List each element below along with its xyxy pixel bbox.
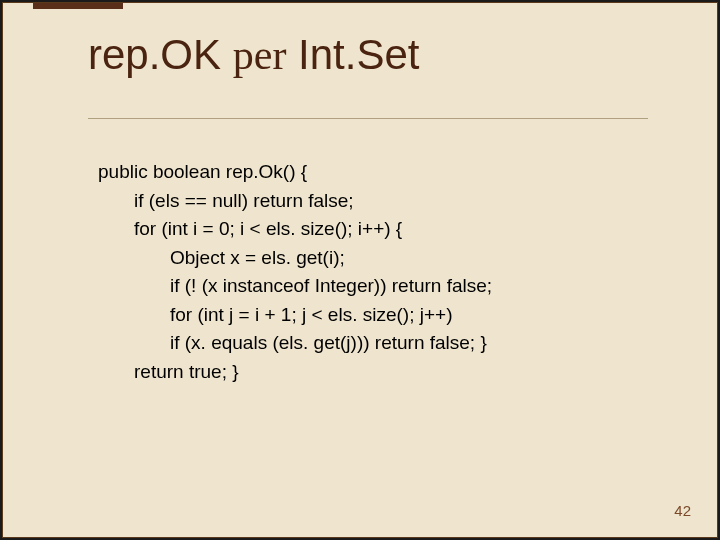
title-part2: per xyxy=(233,32,287,78)
slide-title: rep.OK per Int.Set xyxy=(88,31,419,79)
accent-bar xyxy=(33,3,123,9)
code-block: public boolean rep.Ok() { if (els == nul… xyxy=(98,158,492,386)
code-line: for (int i = 0; i < els. size(); i++) { xyxy=(134,215,492,244)
code-line: Object x = els. get(i); xyxy=(170,244,492,273)
code-line: if (! (x instanceof Integer)) return fal… xyxy=(170,272,492,301)
code-line: if (els == null) return false; xyxy=(134,187,492,216)
title-part3: Int.Set xyxy=(286,31,419,78)
title-underline xyxy=(88,118,648,119)
title-part1: rep.OK xyxy=(88,31,233,78)
slide: rep.OK per Int.Set public boolean rep.Ok… xyxy=(2,2,718,538)
code-line: return true; } xyxy=(134,358,492,387)
code-line: if (x. equals (els. get(j))) return fals… xyxy=(170,329,492,358)
page-number: 42 xyxy=(674,502,691,519)
code-line: for (int j = i + 1; j < els. size(); j++… xyxy=(170,301,492,330)
code-line: public boolean rep.Ok() { xyxy=(98,158,492,187)
